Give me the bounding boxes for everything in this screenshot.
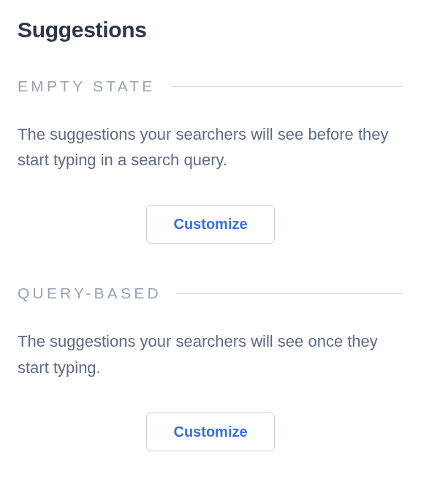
section-description-empty-state: The suggestions your searchers will see …	[18, 121, 403, 173]
section-header: EMPTY STATE	[18, 78, 403, 95]
section-description-query-based: The suggestions your searchers will see …	[18, 328, 403, 380]
section-label-query-based: QUERY-BASED	[18, 285, 162, 302]
divider	[176, 293, 403, 294]
section-label-empty-state: EMPTY STATE	[18, 78, 156, 95]
customize-button-empty-state[interactable]: Customize	[146, 205, 274, 244]
section-empty-state: EMPTY STATE The suggestions your searche…	[18, 78, 403, 244]
button-row: Customize	[18, 413, 403, 451]
button-row: Customize	[18, 205, 403, 244]
section-query-based: QUERY-BASED The suggestions your searche…	[18, 285, 403, 451]
divider	[170, 86, 403, 87]
page-title: Suggestions	[18, 18, 403, 42]
customize-button-query-based[interactable]: Customize	[146, 413, 274, 451]
section-header: QUERY-BASED	[18, 285, 403, 302]
